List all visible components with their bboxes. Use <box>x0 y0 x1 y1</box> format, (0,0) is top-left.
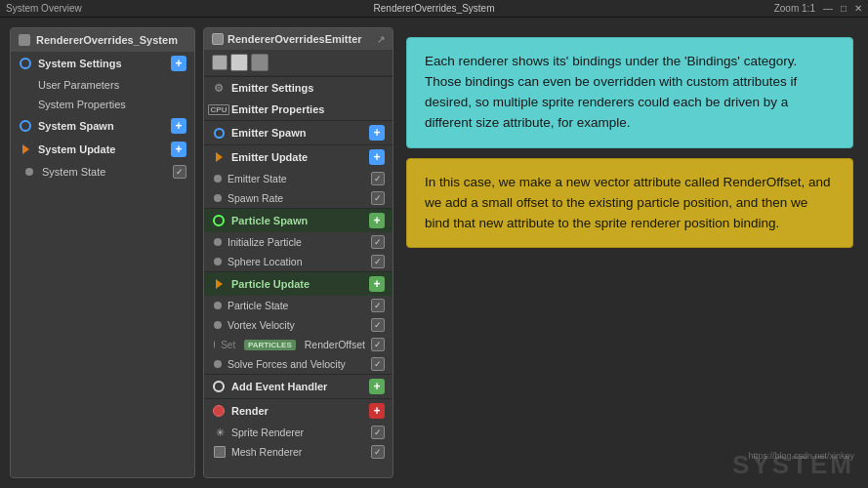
system-spawn-label: System Spawn <box>38 120 114 132</box>
particle-state-checkbox[interactable] <box>371 299 385 312</box>
emitter-panel-ext-icon: ↗ <box>377 34 385 45</box>
mesh-renderer-icon <box>214 446 226 458</box>
render-section[interactable]: Render + <box>204 398 393 423</box>
solve-forces-item[interactable]: Solve Forces and Velocity <box>204 354 393 374</box>
mesh-renderer-label: Mesh Renderer <box>231 446 365 458</box>
right-section: Each renderer shows its' bindings under … <box>401 27 858 478</box>
spawn-rate-item[interactable]: Spawn Rate <box>204 188 393 208</box>
particle-spawn-label: Particle Spawn <box>231 215 308 226</box>
sphere-location-item[interactable]: Sphere Location <box>204 252 393 271</box>
initialize-particle-item[interactable]: Initialize Particle <box>204 232 393 252</box>
renderoffset-label: RenderOffset <box>305 339 365 350</box>
sprite-renderer-item[interactable]: ✳ Sprite Renderer <box>204 423 393 442</box>
sprite-renderer-checkbox[interactable] <box>371 426 385 439</box>
add-event-handler-section[interactable]: Add Event Handler + <box>204 374 393 398</box>
emitter-panel-header: RendererOverridesEmitter ↗ <box>204 28 393 50</box>
mesh-renderer-checkbox[interactable] <box>371 445 385 459</box>
circle-blue-icon <box>19 57 32 70</box>
system-settings-label: System Settings <box>38 58 122 69</box>
sprite-renderer-label: Sprite Renderer <box>231 427 365 438</box>
system-update-add-button[interactable]: + <box>171 142 186 157</box>
sphere-location-checkbox[interactable] <box>371 255 385 268</box>
sphere-location-label: Sphere Location <box>227 256 365 267</box>
emitter-panel-title: RendererOverridesEmitter <box>227 33 362 45</box>
render-add-button[interactable]: + <box>369 403 385 419</box>
sidebar-item-system-settings[interactable]: System Settings + <box>11 52 194 75</box>
spawn-rate-label: Spawn Rate <box>227 192 365 204</box>
cpu-icon: CPU <box>212 102 226 116</box>
render-label: Render <box>231 405 269 417</box>
emitter-settings-section[interactable]: ⚙ Emitter Settings <box>204 76 393 99</box>
user-parameters-label: User Parameters <box>38 79 119 91</box>
window-title-left: System Overview <box>6 3 82 14</box>
info-box-render-offset-text: In this case, we make a new vector attri… <box>425 175 830 230</box>
emitter-color-row <box>204 50 393 76</box>
window-title-center: RendererOverrides_System <box>374 3 495 14</box>
info-box-render-offset: In this case, we make a new vector attri… <box>406 158 853 249</box>
system-settings-add-button[interactable]: + <box>171 56 186 71</box>
emitter-state-checkbox[interactable] <box>371 172 385 185</box>
particle-update-icon <box>212 277 226 291</box>
window-maximize[interactable]: □ <box>841 3 847 14</box>
emitter-properties-label: Emitter Properties <box>231 103 324 115</box>
emitter-state-label: Emitter State <box>227 173 365 184</box>
emitter-panel-checkbox-icon <box>212 33 224 45</box>
emitter-update-section[interactable]: Emitter Update + <box>204 144 393 169</box>
sidebar-item-system-update[interactable]: System Update + <box>11 138 194 161</box>
renderoffset-icon <box>214 341 215 348</box>
event-handler-icon <box>212 380 226 393</box>
particle-update-section[interactable]: Particle Update + <box>204 271 393 296</box>
system-spawn-add-button[interactable]: + <box>171 118 186 134</box>
sphere-location-icon <box>214 258 222 265</box>
spawn-rate-icon <box>214 194 222 202</box>
emitter-panel: RendererOverridesEmitter ↗ ⚙ Emitter Set… <box>203 27 393 478</box>
system-properties-label: System Properties <box>38 99 126 110</box>
solve-forces-icon <box>214 360 222 368</box>
particle-update-label: Particle Update <box>231 278 310 290</box>
sidebar-item-system-state[interactable]: System State <box>11 161 194 183</box>
system-state-checkbox[interactable] <box>173 165 186 179</box>
system-panel: RendererOverrides_System System Settings… <box>10 27 195 478</box>
emitter-update-label: Emitter Update <box>231 151 308 163</box>
mesh-renderer-item[interactable]: Mesh Renderer <box>204 442 393 462</box>
solve-forces-checkbox[interactable] <box>371 357 385 371</box>
emitter-update-icon <box>212 150 226 164</box>
particle-spawn-icon <box>212 214 226 227</box>
vortex-velocity-item[interactable]: Vortex Velocity <box>204 315 393 335</box>
sidebar-item-system-properties[interactable]: System Properties <box>11 95 194 114</box>
emitter-state-icon <box>214 175 222 183</box>
emitter-spawn-section[interactable]: Emitter Spawn + <box>204 120 393 144</box>
solve-forces-label: Solve Forces and Velocity <box>227 358 365 370</box>
window-close[interactable]: ✕ <box>854 3 862 14</box>
main-area: RendererOverrides_System System Settings… <box>0 18 868 488</box>
add-event-handler-add-button[interactable]: + <box>369 379 385 394</box>
zoom-label: Zoom 1:1 <box>774 3 815 14</box>
vortex-velocity-checkbox[interactable] <box>371 318 385 332</box>
info-box-bindings: Each renderer shows its' bindings under … <box>406 37 853 148</box>
particle-spawn-section[interactable]: Particle Spawn + <box>204 208 393 232</box>
particle-state-item[interactable]: Particle State <box>204 296 393 315</box>
system-panel-header: RendererOverrides_System <box>11 28 194 52</box>
renderoffset-checkbox[interactable] <box>371 338 385 351</box>
emitter-spawn-add-button[interactable]: + <box>369 125 385 141</box>
particle-update-add-button[interactable]: + <box>369 276 385 292</box>
window-minimize[interactable]: — <box>823 3 833 14</box>
render-icon <box>212 404 226 418</box>
init-particle-icon <box>214 238 222 246</box>
spawn-rate-checkbox[interactable] <box>371 191 385 205</box>
particle-spawn-add-button[interactable]: + <box>369 213 385 228</box>
title-bar-right: Zoom 1:1 — □ ✕ <box>774 3 862 14</box>
emitter-properties-section[interactable]: CPU Emitter Properties <box>204 99 393 120</box>
emitter-update-add-button[interactable]: + <box>369 149 385 165</box>
emitter-state-item[interactable]: Emitter State <box>204 169 393 188</box>
sidebar-item-system-spawn[interactable]: System Spawn + <box>11 114 194 138</box>
system-spawn-icon <box>19 119 32 133</box>
system-panel-icon <box>19 34 30 46</box>
set-renderoffset-item[interactable]: Set PARTICLES RenderOffset <box>204 335 393 354</box>
sidebar-item-user-parameters[interactable]: User Parameters <box>11 75 194 95</box>
system-update-label: System Update <box>38 143 115 155</box>
init-particle-checkbox[interactable] <box>371 235 385 249</box>
vortex-velocity-icon <box>214 321 222 329</box>
initialize-particle-label: Initialize Particle <box>227 236 365 248</box>
particle-state-label: Particle State <box>227 300 365 311</box>
